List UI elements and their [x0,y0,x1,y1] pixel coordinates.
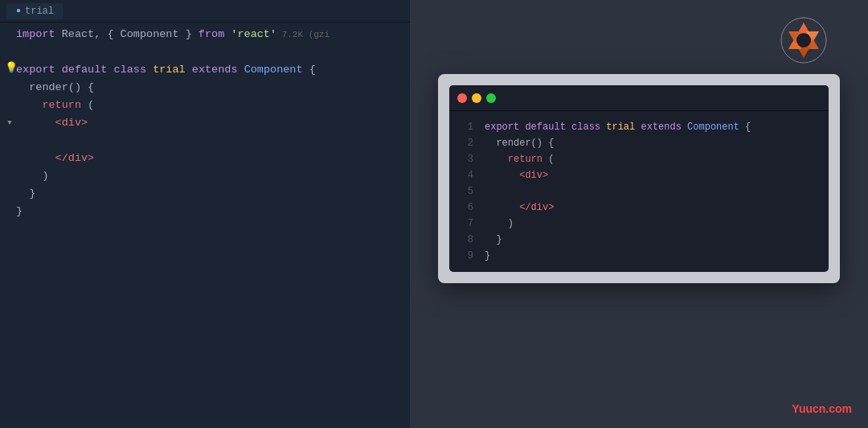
token: class [571,119,600,135]
code-line-9: ) [0,167,410,185]
wcode-line-6: 6 </div> [449,200,829,216]
token: from [199,26,224,43]
code-line-1: import React, { Component } from 'react'… [0,26,410,43]
watermark: Yuucn.com [792,402,852,415]
close-button[interactable] [457,93,467,103]
token: React, { Component } [55,26,199,43]
maximize-button[interactable] [486,93,496,103]
tab-label: trial [25,6,54,17]
token: <div> [55,114,88,132]
token [16,97,42,114]
wcode-line-5: 5 [449,183,829,200]
wcode-line-1: 1 export default class trial extends Com… [449,119,829,135]
line-num: 2 [457,135,473,151]
token [519,119,525,135]
wcode-line-4: 4 <div> [449,167,829,183]
screenshot-window: 1 export default class trial extends Com… [438,74,840,283]
code-line-7 [0,132,410,150]
line-indicator-6: ▼ [3,114,16,132]
token [600,119,606,135]
wcode-line-7: 7 ) [449,216,829,232]
token: 7.2K (gzi [276,26,330,43]
token: export [485,119,519,135]
window-titlebar [449,85,829,111]
token: extends [192,61,238,79]
token: default [525,119,565,135]
line-num: 5 [457,183,473,200]
token: ) [485,216,514,232]
token: </div> [519,200,554,216]
tab-icon: ● [16,6,21,15]
editor-tab-trial[interactable]: ● trial [6,3,63,19]
editor-panel: ● trial import React, { Component } from… [0,0,410,428]
token: { [303,61,316,79]
token: return [508,151,542,167]
token: ( [81,97,94,114]
token: <div> [519,167,548,183]
token: Component [244,61,303,79]
token: render() { [16,79,94,97]
token [682,119,687,135]
token: </div> [55,150,95,167]
code-line-3: export default class trial extends Compo… [0,61,410,79]
token: ) [16,167,49,185]
token [16,114,55,132]
token: 'react' [224,26,276,43]
token [55,61,62,79]
token: export [16,61,55,79]
editor-content[interactable]: import React, { Component } from 'react'… [0,23,410,428]
window-inner: 1 export default class trial extends Com… [449,85,829,272]
line-num: 1 [457,119,473,135]
bulb-icon: 💡 [5,61,18,74]
token: extends [641,119,681,135]
tab-bar: ● trial [0,0,410,23]
code-line-8: </div> [0,150,410,167]
token: ( [542,151,554,167]
token [485,167,519,183]
line-num: 3 [457,151,473,167]
token [16,150,55,167]
token: } [16,203,23,220]
aperture-logo [780,16,828,64]
right-panel: 1 export default class trial extends Com… [410,0,868,428]
code-line-10: } [0,185,410,203]
token: { [739,119,751,135]
token [485,151,508,167]
wcode-line-3: 3 return ( [449,151,829,167]
token: return [42,97,81,114]
line-num: 9 [457,248,473,264]
line-num: 4 [457,167,473,183]
token: class [114,61,147,79]
code-line-4: render() { [0,79,410,97]
line-num: 6 [457,200,473,216]
token: } [485,232,502,248]
code-line-11: } [0,203,410,220]
line-num: 8 [457,232,473,248]
window-code: 1 export default class trial extends Com… [449,111,829,272]
code-line-6: ▼ <div> [0,114,410,132]
wcode-line-9: 9 } [449,248,829,264]
svg-point-1 [796,33,811,47]
token [146,61,153,79]
token: default [62,61,108,79]
token [485,200,519,216]
minimize-button[interactable] [472,93,481,103]
token: } [485,248,490,264]
token: trial [153,61,186,79]
token: } [16,185,35,203]
token [186,61,192,79]
token: render() { [485,135,554,151]
token [238,61,244,79]
wcode-line-2: 2 render() { [449,135,829,151]
token [635,119,641,135]
token: import [16,26,55,43]
token [566,119,571,135]
line-num: 7 [457,216,473,232]
code-line-5: return ( [0,97,410,114]
code-line-2 [0,43,410,61]
token [107,61,113,79]
token: Component [687,119,739,135]
wcode-line-8: 8 } [449,232,829,248]
token: trial [606,119,635,135]
